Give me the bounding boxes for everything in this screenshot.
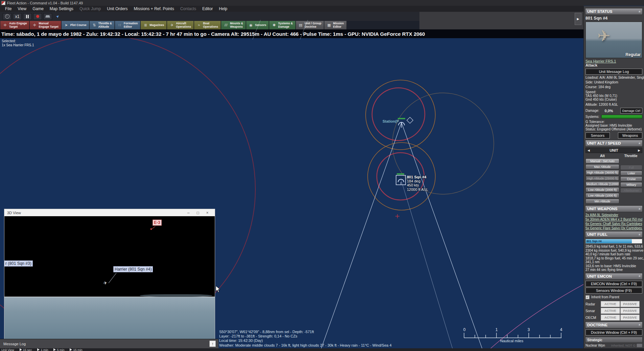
collapse-icon[interactable]: » <box>638 233 642 235</box>
sensors-panel-button[interactable]: Sensors <box>585 132 610 139</box>
fuel-line: 27 min 44 sec flying time <box>585 268 642 272</box>
weapon-link-flare[interactable]: 5x Generic Flare Salvo [3x Cartridges, S… <box>585 226 642 230</box>
radar-passive-button[interactable]: PASSIVE <box>620 301 640 307</box>
inherit-from-parent-row[interactable]: ✓ Inherit from Parent <box>585 295 642 299</box>
collapse-icon[interactable]: » <box>638 10 642 12</box>
menu-editor[interactable]: Editor <box>199 6 216 11</box>
throttle-button-full[interactable]: Full <box>620 165 642 170</box>
magazines-button[interactable]: ≣ Magazines <box>141 21 167 29</box>
3d-view-title-bar[interactable]: 3D View – □ × <box>4 209 215 216</box>
formation-editor-button[interactable]: ∷ FormationEditor <box>115 21 141 29</box>
menu-file[interactable]: File <box>2 6 15 11</box>
unit-speed-label: 450 kts <box>407 183 419 187</box>
boat-operations-button[interactable]: ≈ BoatOperations <box>194 21 221 29</box>
unit-emcon-header[interactable]: UNIT EMCON » <box>585 273 643 280</box>
menu-missions-ref-points[interactable]: Missions + Ref. Points <box>131 6 177 11</box>
alt-button-min[interactable]: Min Altitude <box>585 199 619 204</box>
menu-help[interactable]: Help <box>216 6 230 11</box>
throttle-button-afterburner[interactable]: Afterburner <box>620 188 642 193</box>
doctrine-header[interactable]: DOCTRINE » <box>585 322 643 328</box>
maximize-button[interactable]: □ <box>193 210 203 215</box>
collapse-icon[interactable]: » <box>638 324 642 326</box>
collapse-icon[interactable]: » <box>638 275 642 277</box>
strategic-subheader: Strategic <box>585 337 643 343</box>
collapse-icon[interactable]: » <box>638 208 642 210</box>
systems-damage-button[interactable]: ✱ Systems &Damage <box>269 21 295 29</box>
unit-label-sqn4[interactable]: Harrier (801 Sqn #4) <box>113 266 153 272</box>
unit-view-label[interactable]: Unit View <box>1 348 14 351</box>
3d-view-window[interactable]: 3D View – □ × E-3 r (801 Sqn #3) Harrier… <box>4 209 215 339</box>
doctrine-window-button[interactable]: Doctrine Window (Ctrl + F9) <box>585 329 642 335</box>
scope-next-button[interactable]: ► <box>637 148 641 152</box>
time-step-5min[interactable]: 5 min <box>53 348 64 351</box>
emcon-window-button[interactable]: EMCON Window (Ctrl + F9) <box>585 281 642 287</box>
minimize-button[interactable]: – <box>184 210 193 215</box>
alt-button-max[interactable]: Max Altitude <box>585 164 619 169</box>
collapse-icon[interactable]: » <box>638 142 642 144</box>
time-step-15sec[interactable]: 15 sec <box>20 348 32 351</box>
contact-label-e3[interactable]: E-3 <box>153 220 162 226</box>
alt-button-low-1000[interactable]: Low Altitude (1000 ft) <box>585 193 619 198</box>
status-position-line: S50°30'07", W61°42'09" - 8,88nm from sel… <box>219 330 392 334</box>
sensors-window-button[interactable]: Sensors Window (F9) <box>585 287 642 294</box>
message-log-expand-button[interactable]: ↑ <box>209 341 216 347</box>
unit-class-link[interactable]: Sea Harrier FRS.1 <box>585 59 616 63</box>
menu-unit-orders[interactable]: Unit Orders <box>104 6 131 11</box>
aircraft-operations-button[interactable]: ✈ AircraftOperations <box>167 21 194 29</box>
camera-view-button[interactable] <box>43 13 52 20</box>
sonar-passive-button[interactable]: PASSIVE <box>620 308 640 314</box>
menu-map-settings[interactable]: Map Settings <box>47 6 76 11</box>
checkbox-checked-icon[interactable]: ✓ <box>585 295 590 299</box>
window-title: Fleet Action - Command v1.04 - Build 114… <box>7 1 83 5</box>
throttle-altitude-button[interactable]: ⇅ Throttle &Altitude <box>90 21 115 29</box>
weapon-link-chaff[interactable]: 6x Generic Chaff Salvo [5x Cartridges] <box>585 222 642 226</box>
throttle-button-cruise[interactable]: Cruise <box>620 176 642 181</box>
sensors-button[interactable]: ◉ Sensors <box>246 21 269 29</box>
alt-button-medium-12000[interactable]: Medium Altitude (12000 ft) <box>585 181 619 186</box>
pause-button[interactable] <box>23 13 32 20</box>
plot-course-button[interactable]: ➤ Plot Course <box>62 21 89 29</box>
alt-button-high-36000[interactable]: High Altitude (36000 ft) <box>585 170 619 175</box>
3d-viewport[interactable]: E-3 r (801 Sqn #3) Harrier (801 Sqn #4) … <box>4 216 215 339</box>
unit-weapons-header[interactable]: UNIT WEAPONS » <box>585 205 643 212</box>
record-button[interactable] <box>33 13 42 20</box>
radar-active-button[interactable]: ACTIVE <box>601 301 620 307</box>
unit-group-doctrine-button[interactable]: ▤ Unit / GroupDoctrine <box>296 21 324 29</box>
throttle-button-military[interactable]: Military <box>620 182 642 187</box>
unit-status-header[interactable]: UNIT STATUS » <box>585 8 643 15</box>
close-button[interactable]: × <box>203 210 212 215</box>
time-step-1min[interactable]: 1 min <box>37 348 48 351</box>
mounts-weapons-button[interactable]: /// Mounts &Weapons <box>221 21 246 29</box>
auto-engage-target-button[interactable]: ✛ Auto EngageTarget <box>0 21 29 29</box>
time-step-15min[interactable]: 15 min <box>70 348 82 351</box>
weapons-panel-button[interactable]: Weapons <box>618 132 642 139</box>
weapon-link-sidewinder[interactable]: 2x AIM-9L Sidewinder <box>585 213 642 217</box>
sensors-icon: ◉ <box>249 23 253 27</box>
mission-editor-button[interactable]: ▦ MissionEditor <box>324 21 347 29</box>
time-compression-button[interactable] <box>3 13 12 20</box>
speed-multiplier-button[interactable]: x1 <box>13 13 22 20</box>
unit-message-log-button[interactable]: Unit Message Log <box>585 69 642 75</box>
selected-unit-symbol[interactable] <box>396 173 406 185</box>
unit-fuel-header[interactable]: UNIT FUEL » <box>585 231 643 238</box>
oecm-active-button[interactable]: ACTIVE <box>601 315 620 321</box>
oecm-passive-button[interactable]: PASSIVE <box>620 315 640 321</box>
manual-set-auto-button[interactable]: Manual - Set Auto <box>585 158 619 164</box>
manual-engage-target-button[interactable]: ✛ ManualEngage Target <box>30 21 61 29</box>
throttle-button-loiter[interactable]: Loiter <box>620 171 642 176</box>
boat-icon: ≈ <box>197 23 201 27</box>
sonar-active-button[interactable]: ACTIVE <box>601 308 620 314</box>
pointer-button[interactable]: ➤ <box>53 13 62 20</box>
scope-prev-button[interactable]: ◄ <box>587 148 591 152</box>
alt-button-low-2000[interactable]: Low Altitude (2000 ft) <box>585 187 619 192</box>
nuclear-weapon-toggle[interactable] <box>637 344 642 347</box>
sidebar-expand-button[interactable]: ▶ <box>575 13 581 25</box>
damage-ctrl-button[interactable]: Damage Ctrl <box>620 108 642 114</box>
message-log-bar[interactable]: Message Log ↑ <box>0 339 218 348</box>
weapon-link-aden[interactable]: 5x 30mm ADEN Mk4 x 2 Burst [50 rnds] <box>585 218 642 221</box>
menu-view[interactable]: View <box>15 6 29 11</box>
unit-alt-speed-header[interactable]: UNIT ALT / SPEED » <box>585 140 643 147</box>
alt-button-high-25000[interactable]: High Altitude (25000 ft) <box>585 176 619 181</box>
unit-label-sqn3[interactable]: r (801 Sqn #3) <box>4 260 33 267</box>
menu-game[interactable]: Game <box>29 6 47 11</box>
